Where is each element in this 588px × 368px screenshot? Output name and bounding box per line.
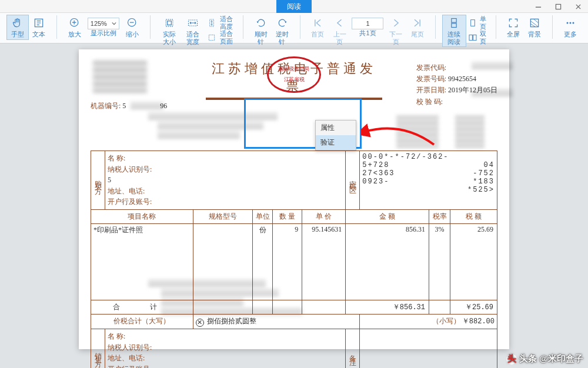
first-page-label: 首页 <box>311 31 324 38</box>
fit-page-label: 适合页面 <box>219 30 233 45</box>
machine-number-b: 96 <box>160 102 167 110</box>
col-name: 项目名称 <box>91 209 193 223</box>
continuous-icon <box>447 16 460 29</box>
next-page-button[interactable]: 下一页 <box>385 15 407 46</box>
background-icon <box>528 16 541 29</box>
seller-header: 销售方 <box>91 329 105 368</box>
col-spec: 规格型号 <box>193 209 253 223</box>
total-label: 合 计 <box>91 300 193 314</box>
zoom-in-button[interactable]: 放大 <box>64 15 85 39</box>
col-price: 单 价 <box>302 209 346 223</box>
sum-upper: 捌佰捌拾贰圆整 <box>207 317 256 325</box>
tax-seal: 国家税务总局 江苏省税 <box>267 56 321 93</box>
last-page-button[interactable]: 尾页 <box>407 15 428 39</box>
last-page-icon <box>411 16 424 29</box>
items-header-row: 项目名称 规格型号 单位 数 量 单 价 金 额 税率 税 额 <box>91 209 497 223</box>
buyer-name-label: 名 称: <box>108 153 343 164</box>
background-label: 背景 <box>528 31 541 38</box>
redacted-logo <box>93 60 147 93</box>
minimize-button[interactable] <box>528 0 548 13</box>
context-menu-item-verify[interactable]: 验证 <box>316 135 356 150</box>
svg-rect-14 <box>473 35 476 40</box>
actual-size-label: 实际大小 <box>160 31 179 45</box>
col-rate: 税率 <box>429 209 450 223</box>
seller-taxid-label: 纳税人识别号: <box>108 342 343 353</box>
col-amount: 金 额 <box>346 209 429 223</box>
single-page-button[interactable]: 单页 <box>466 15 489 30</box>
fullscreen-button[interactable]: 全屏 <box>503 15 524 39</box>
context-menu-item-properties[interactable]: 属性 <box>316 121 356 135</box>
active-tab[interactable]: 阅读 <box>276 0 312 13</box>
more-button[interactable]: 更多 <box>560 15 581 39</box>
sum-row: 价税合计（大写） ✕ 捌佰捌拾贰圆整 （小写） ￥882.00 <box>91 314 497 329</box>
text-tool-button[interactable]: 文本 <box>28 15 49 39</box>
zoom-out-button[interactable]: 缩小 <box>122 15 143 39</box>
more-icon <box>564 16 577 29</box>
code-header: 密码区 <box>346 151 360 210</box>
buyer-header: 购买方 <box>91 151 105 210</box>
page-indicator[interactable]: 1 共1页 <box>351 15 385 38</box>
svg-rect-13 <box>469 35 472 40</box>
totals-row: 合 计 ￥856.31 ￥25.69 <box>91 300 497 314</box>
invoice-date-label: 开票日期: <box>416 86 446 94</box>
item-unit: 份 <box>253 223 273 300</box>
zoom-level[interactable]: 125% 显示比例 <box>85 15 122 38</box>
buyer-bank-label: 开户行及账号: <box>108 196 343 208</box>
item-price: 95.145631 <box>302 223 346 300</box>
first-page-button[interactable]: 首页 <box>307 15 328 39</box>
code3b: *183 <box>473 178 495 186</box>
more-label: 更多 <box>564 31 577 38</box>
total-tax: ￥25.69 <box>450 300 497 314</box>
close-button[interactable] <box>568 0 588 13</box>
zoom-in-label: 放大 <box>68 31 81 38</box>
hand-tool-button[interactable]: 手型 <box>7 15 28 39</box>
invoice-number-value: 99425654 <box>448 75 476 83</box>
item-name: *印刷品*证件照 <box>91 223 193 300</box>
facing-page-button[interactable]: 双页 <box>466 30 489 45</box>
sum-label: 价税合计（大写） <box>113 317 170 325</box>
code2b: -752 <box>473 169 495 178</box>
document-canvas[interactable]: 国家税务总局 江苏省税 江苏增值税电子普通发票 发票代码: 发票号码: 9942… <box>0 44 588 368</box>
code1a: 00-0*-*-72/-362- <box>362 153 495 161</box>
svg-rect-0 <box>535 6 540 7</box>
zoom-label: 显示比例 <box>91 29 116 37</box>
machine-number-label: 机器编号: <box>91 102 121 110</box>
col-tax: 税 额 <box>450 209 497 223</box>
fit-page-button[interactable]: 适合页面 <box>205 30 236 45</box>
background-button[interactable]: 背景 <box>524 15 545 39</box>
code4b: *525> <box>467 186 495 194</box>
machine-number-a: 5 <box>122 102 126 110</box>
remark-cell <box>360 329 497 368</box>
fit-height-button[interactable]: 适合高度 <box>205 15 236 30</box>
svg-rect-11 <box>452 24 456 28</box>
buyer-taxid-label: 纳税人识别号: <box>108 164 343 175</box>
col-qty: 数 量 <box>273 209 302 223</box>
actual-size-button[interactable]: 实际大小 <box>158 15 181 46</box>
seal-text-top: 国家税务总局 <box>279 66 309 72</box>
svg-rect-10 <box>452 19 456 23</box>
rotate-cw-button[interactable]: 顺时针 <box>250 15 272 46</box>
fit-width-button[interactable]: 适合宽度 <box>181 15 205 46</box>
prev-page-label: 上一页 <box>330 31 348 45</box>
single-page-icon <box>468 18 477 28</box>
fit-height-label: 适合高度 <box>219 15 233 30</box>
fit-width-label: 适合宽度 <box>183 31 202 45</box>
buyer-addr-label: 地址、电话: <box>108 186 343 197</box>
code1b: 04 <box>484 161 495 169</box>
zoom-value: 125% <box>91 20 107 28</box>
item-spec <box>193 223 253 300</box>
rotate-ccw-button[interactable]: 逆时针 <box>272 15 293 46</box>
svg-rect-9 <box>209 35 214 40</box>
maximize-button[interactable] <box>548 0 568 13</box>
zoom-out-icon <box>126 16 139 29</box>
continuous-view-button[interactable]: 连续阅读 <box>443 15 465 46</box>
toolbar: 手型 文本 放大 125% 显示比例 缩小 实际大小 <box>0 13 588 44</box>
svg-rect-1 <box>556 4 560 9</box>
svg-point-18 <box>573 22 574 24</box>
continuous-label: 连续阅读 <box>445 31 463 45</box>
item-row: *印刷品*证件照 份 9 95.145631 856.31 3% 25.69 <box>91 223 497 300</box>
svg-rect-5 <box>166 19 173 26</box>
prev-page-button[interactable]: 上一页 <box>328 15 350 46</box>
rotate-ccw-label: 逆时针 <box>274 31 290 45</box>
page-current-value: 1 <box>366 20 369 28</box>
